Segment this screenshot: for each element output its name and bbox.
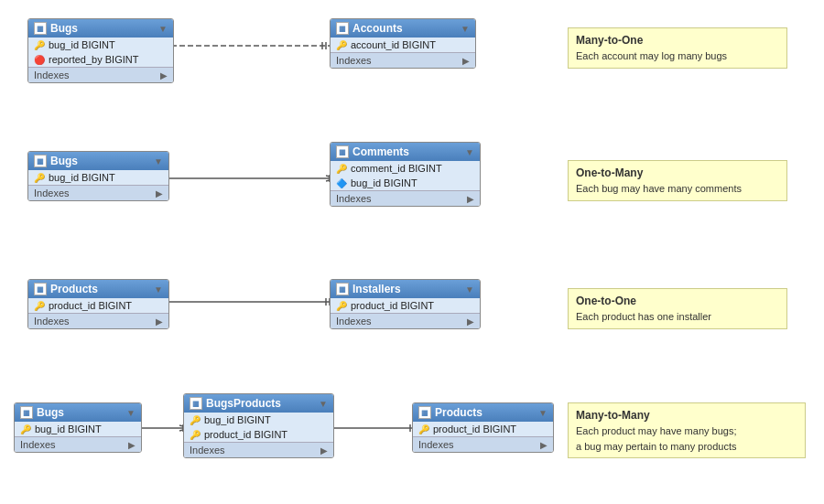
indexes-chevron[interactable]: ▶ bbox=[467, 194, 474, 204]
table-footer-bugs-2: Indexes ▶ bbox=[28, 185, 168, 200]
fk-teal-icon: 🔷 bbox=[336, 178, 347, 188]
table-chevron-products-1[interactable]: ▼ bbox=[154, 284, 163, 295]
table-body-bugs-2: 🔑 bug_id BIGINT bbox=[28, 170, 168, 185]
key-icon: 🔑 bbox=[418, 424, 429, 434]
indexes-chevron[interactable]: ▶ bbox=[467, 316, 474, 327]
table-row: 🔑 bug_id BIGINT bbox=[28, 170, 168, 185]
indexes-label: Indexes bbox=[418, 439, 454, 450]
column-text: product_id BIGINT bbox=[433, 424, 516, 434]
annotation-title: One-to-One bbox=[576, 293, 779, 309]
table-row: 🔑 product_id BIGINT bbox=[413, 422, 553, 436]
table-footer-bugs-1: Indexes ▶ bbox=[28, 67, 173, 82]
table-footer-bugs-3: Indexes ▶ bbox=[15, 436, 141, 452]
table-icon-comments: ▦ bbox=[336, 145, 349, 158]
table-bugs-1: ▦ Bugs ▼ 🔑 bug_id BIGINT 🔴 reported_by B… bbox=[27, 18, 174, 83]
column-text: product_id BIGINT bbox=[204, 429, 287, 440]
table-header-installers: ▦ Installers ▼ bbox=[331, 280, 480, 298]
table-name-bugs-1: Bugs bbox=[50, 22, 78, 35]
annotation-many-to-many: Many-to-Many Each product may have many … bbox=[568, 402, 806, 458]
indexes-label: Indexes bbox=[34, 70, 70, 80]
table-chevron-bugsproducts[interactable]: ▼ bbox=[319, 399, 328, 409]
column-text: product_id BIGINT bbox=[351, 300, 434, 311]
table-body-bugs-1: 🔑 bug_id BIGINT 🔴 reported_by BIGINT bbox=[28, 38, 173, 67]
key-icon: 🔑 bbox=[34, 40, 45, 50]
table-row: 🔑 product_id BIGINT bbox=[331, 298, 480, 313]
indexes-label: Indexes bbox=[336, 193, 372, 204]
table-name-comments: Comments bbox=[352, 145, 409, 158]
table-icon-bugs-1: ▦ bbox=[34, 22, 47, 35]
indexes-chevron[interactable]: ▶ bbox=[320, 445, 328, 456]
table-row: 🔑 bug_id BIGINT bbox=[184, 413, 333, 427]
table-name-bugs-3: Bugs bbox=[37, 406, 64, 419]
table-bugsproducts: ▦ BugsProducts ▼ 🔑 bug_id BIGINT 🔑 produ… bbox=[183, 393, 334, 458]
key-icon: 🔑 bbox=[336, 301, 347, 311]
table-icon-bugsproducts: ▦ bbox=[190, 397, 202, 410]
column-text: product_id BIGINT bbox=[49, 300, 132, 311]
table-body-products-1: 🔑 product_id BIGINT bbox=[28, 298, 168, 313]
key-icon: 🔑 bbox=[34, 301, 45, 311]
table-installers: ▦ Installers ▼ 🔑 product_id BIGINT Index… bbox=[330, 279, 481, 329]
table-chevron-installers[interactable]: ▼ bbox=[465, 284, 474, 295]
table-body-bugsproducts: 🔑 bug_id BIGINT 🔑 product_id BIGINT bbox=[184, 413, 333, 442]
indexes-chevron[interactable]: ▶ bbox=[462, 56, 470, 66]
indexes-label: Indexes bbox=[34, 316, 70, 327]
annotation-title: Many-to-Many bbox=[576, 407, 797, 424]
table-chevron-bugs-1[interactable]: ▼ bbox=[158, 24, 168, 34]
table-chevron-products-2[interactable]: ▼ bbox=[538, 408, 548, 418]
table-footer-products-2: Indexes ▶ bbox=[413, 436, 553, 452]
table-body-comments: 🔑 comment_id BIGINT 🔷 bug_id BIGINT bbox=[331, 161, 480, 190]
main-canvas: ▦ Bugs ▼ 🔑 bug_id BIGINT 🔴 reported_by B… bbox=[0, 0, 824, 504]
table-accounts: ▦ Accounts ▼ 🔑 account_id BIGINT Indexes… bbox=[330, 18, 476, 69]
column-text: account_id BIGINT bbox=[351, 39, 436, 50]
column-text: comment_id BIGINT bbox=[351, 163, 442, 174]
annotation-many-to-one: Many-to-One Each account may log many bu… bbox=[568, 27, 787, 69]
table-chevron-bugs-3[interactable]: ▼ bbox=[126, 408, 136, 418]
table-header-bugs-3: ▦ Bugs ▼ bbox=[15, 403, 141, 422]
table-bugs-2: ▦ Bugs ▼ 🔑 bug_id BIGINT Indexes ▶ bbox=[27, 151, 169, 201]
table-comments: ▦ Comments ▼ 🔑 comment_id BIGINT 🔷 bug_i… bbox=[330, 142, 481, 207]
key-icon: 🔑 bbox=[20, 424, 31, 434]
table-header-bugs-2: ▦ Bugs ▼ bbox=[28, 152, 168, 170]
key-icon: 🔑 bbox=[34, 173, 45, 183]
indexes-label: Indexes bbox=[336, 55, 372, 66]
table-icon-products-2: ▦ bbox=[418, 406, 431, 419]
table-name-products-1: Products bbox=[50, 283, 98, 295]
indexes-label: Indexes bbox=[190, 445, 225, 456]
table-footer-installers: Indexes ▶ bbox=[331, 313, 480, 328]
table-row: 🔑 product_id BIGINT bbox=[28, 298, 168, 313]
table-footer-accounts: Indexes ▶ bbox=[331, 52, 475, 68]
table-footer-comments: Indexes ▶ bbox=[331, 190, 480, 206]
table-name-bugs-2: Bugs bbox=[50, 155, 78, 167]
indexes-chevron[interactable]: ▶ bbox=[156, 316, 163, 327]
table-icon-accounts: ▦ bbox=[336, 22, 349, 35]
table-chevron-comments[interactable]: ▼ bbox=[465, 147, 474, 157]
indexes-label: Indexes bbox=[34, 188, 70, 198]
indexes-chevron[interactable]: ▶ bbox=[160, 70, 168, 80]
indexes-chevron[interactable]: ▶ bbox=[128, 440, 136, 450]
indexes-label: Indexes bbox=[336, 316, 372, 327]
column-text: bug_id BIGINT bbox=[204, 414, 271, 425]
annotation-title: Many-to-One bbox=[576, 32, 779, 48]
table-row: 🔑 product_id BIGINT bbox=[184, 427, 333, 442]
annotation-body: Each account may log many bugs bbox=[576, 48, 779, 64]
indexes-chevron[interactable]: ▶ bbox=[156, 188, 163, 198]
key-icon: 🔑 bbox=[190, 430, 201, 440]
column-text: bug_id BIGINT bbox=[351, 177, 417, 188]
table-header-comments: ▦ Comments ▼ bbox=[331, 143, 480, 161]
table-icon-installers: ▦ bbox=[336, 283, 349, 295]
table-footer-bugsproducts: Indexes ▶ bbox=[184, 442, 333, 457]
indexes-chevron[interactable]: ▶ bbox=[540, 440, 548, 450]
table-header-products-2: ▦ Products ▼ bbox=[413, 403, 553, 422]
table-chevron-bugs-2[interactable]: ▼ bbox=[154, 156, 163, 166]
table-header-accounts: ▦ Accounts ▼ bbox=[331, 19, 475, 38]
annotation-one-to-many: One-to-Many Each bug may have many comme… bbox=[568, 160, 787, 201]
table-header-products-1: ▦ Products ▼ bbox=[28, 280, 168, 298]
table-products-2: ▦ Products ▼ 🔑 product_id BIGINT Indexes… bbox=[412, 402, 554, 453]
key-icon: 🔑 bbox=[190, 415, 201, 425]
table-header-bugs-1: ▦ Bugs ▼ bbox=[28, 19, 173, 38]
fk-icon: 🔴 bbox=[34, 55, 45, 65]
table-name-bugsproducts: BugsProducts bbox=[206, 397, 281, 410]
column-text: reported_by BIGINT bbox=[49, 54, 138, 65]
table-body-bugs-3: 🔑 bug_id BIGINT bbox=[15, 422, 141, 436]
table-chevron-accounts[interactable]: ▼ bbox=[461, 24, 470, 34]
